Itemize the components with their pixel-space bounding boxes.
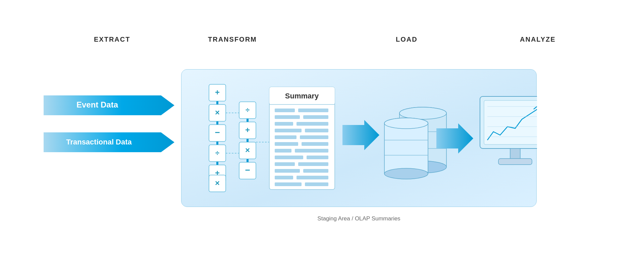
analyze-label: ANALYZE bbox=[520, 36, 556, 43]
svg-text:÷: ÷ bbox=[215, 149, 219, 157]
svg-rect-50 bbox=[275, 176, 293, 179]
svg-rect-37 bbox=[305, 129, 328, 132]
svg-rect-47 bbox=[298, 162, 328, 166]
load-label: LOAD bbox=[396, 36, 418, 43]
svg-text:−: − bbox=[215, 127, 220, 137]
svg-rect-48 bbox=[275, 169, 300, 173]
svg-rect-36 bbox=[275, 129, 302, 132]
svg-rect-41 bbox=[302, 142, 328, 146]
svg-text:−: − bbox=[245, 165, 250, 175]
svg-rect-46 bbox=[275, 162, 295, 166]
svg-rect-64 bbox=[384, 123, 428, 174]
svg-point-60 bbox=[399, 107, 446, 119]
transactional-data-arrow: Transactional Data bbox=[44, 130, 174, 156]
event-data-arrow: Event Data bbox=[44, 93, 174, 119]
svg-rect-38 bbox=[275, 135, 297, 139]
svg-rect-34 bbox=[275, 122, 293, 126]
svg-rect-45 bbox=[307, 156, 328, 159]
phase-extract: EXTRACT bbox=[94, 36, 130, 43]
staging-area-label: Staging Area / OLAP Summaries bbox=[181, 215, 537, 222]
svg-text:+: + bbox=[215, 88, 220, 97]
svg-rect-39 bbox=[300, 135, 328, 139]
svg-rect-43 bbox=[295, 149, 328, 153]
event-data-text: Event Data bbox=[76, 100, 118, 109]
svg-rect-73 bbox=[484, 100, 537, 144]
svg-rect-53 bbox=[305, 182, 328, 186]
svg-rect-51 bbox=[297, 176, 328, 179]
svg-marker-54 bbox=[342, 120, 379, 150]
svg-point-68 bbox=[384, 118, 428, 129]
staging-area-box: + × − ÷ + × bbox=[181, 69, 537, 207]
svg-rect-33 bbox=[303, 115, 328, 119]
svg-point-67 bbox=[384, 168, 428, 179]
phase-load: LOAD bbox=[396, 36, 418, 43]
svg-rect-32 bbox=[275, 115, 300, 119]
svg-rect-79 bbox=[498, 159, 532, 165]
svg-text:×: × bbox=[215, 108, 220, 117]
svg-rect-44 bbox=[275, 156, 303, 159]
svg-text:×: × bbox=[215, 178, 220, 187]
svg-text:+: + bbox=[245, 125, 250, 134]
svg-rect-42 bbox=[275, 149, 291, 153]
summary-title: Summary bbox=[285, 92, 319, 100]
svg-text:×: × bbox=[245, 145, 250, 155]
svg-rect-40 bbox=[275, 142, 298, 146]
transform-label: TRANSFORM bbox=[208, 36, 257, 43]
svg-rect-52 bbox=[275, 182, 302, 186]
etl-layout: EXTRACT TRANSFORM LOAD ANALYZE Ev bbox=[37, 36, 607, 244]
svg-rect-31 bbox=[298, 109, 328, 112]
staging-svg: + × − ÷ + × bbox=[181, 70, 537, 207]
transactional-data-text: Transactional Data bbox=[66, 138, 132, 146]
phase-transform: TRANSFORM bbox=[208, 36, 257, 43]
staging-label-text: Staging Area / OLAP Summaries bbox=[317, 215, 400, 222]
svg-rect-30 bbox=[275, 109, 295, 112]
diagram-container: EXTRACT TRANSFORM LOAD ANALYZE Ev bbox=[0, 0, 644, 256]
svg-rect-49 bbox=[303, 169, 328, 173]
extract-label: EXTRACT bbox=[94, 36, 130, 43]
svg-text:÷: ÷ bbox=[246, 106, 250, 114]
svg-rect-35 bbox=[297, 122, 328, 126]
phase-analyze: ANALYZE bbox=[520, 36, 556, 43]
